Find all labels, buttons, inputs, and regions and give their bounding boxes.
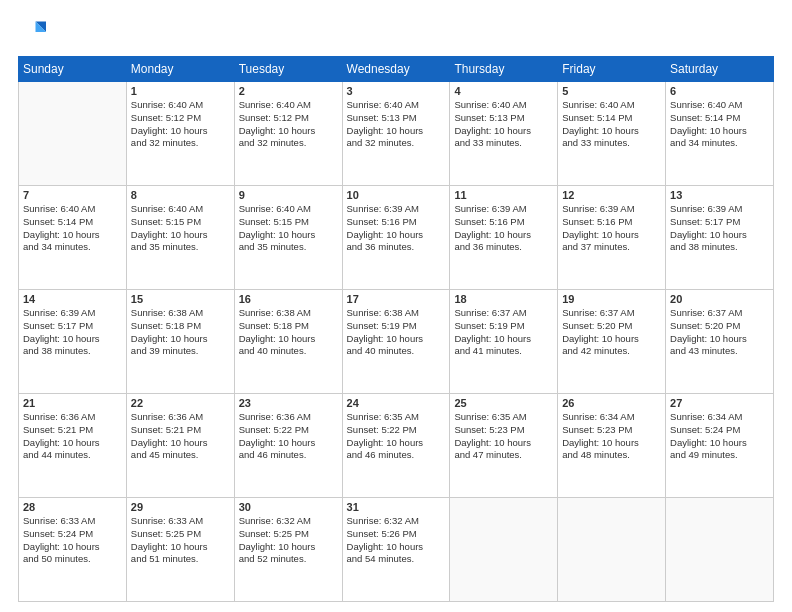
cell-day-number: 25 — [454, 397, 553, 409]
calendar-cell: 21Sunrise: 6:36 AM Sunset: 5:21 PM Dayli… — [19, 394, 127, 498]
calendar-cell: 22Sunrise: 6:36 AM Sunset: 5:21 PM Dayli… — [126, 394, 234, 498]
cell-info: Sunrise: 6:40 AM Sunset: 5:14 PM Dayligh… — [670, 99, 769, 150]
calendar-cell: 9Sunrise: 6:40 AM Sunset: 5:15 PM Daylig… — [234, 186, 342, 290]
cell-info: Sunrise: 6:36 AM Sunset: 5:22 PM Dayligh… — [239, 411, 338, 462]
cell-info: Sunrise: 6:37 AM Sunset: 5:20 PM Dayligh… — [670, 307, 769, 358]
calendar-cell: 5Sunrise: 6:40 AM Sunset: 5:14 PM Daylig… — [558, 82, 666, 186]
cell-day-number: 13 — [670, 189, 769, 201]
calendar-cell — [666, 498, 774, 602]
calendar-cell: 13Sunrise: 6:39 AM Sunset: 5:17 PM Dayli… — [666, 186, 774, 290]
cell-info: Sunrise: 6:33 AM Sunset: 5:25 PM Dayligh… — [131, 515, 230, 566]
cell-day-number: 28 — [23, 501, 122, 513]
calendar-cell: 27Sunrise: 6:34 AM Sunset: 5:24 PM Dayli… — [666, 394, 774, 498]
cell-info: Sunrise: 6:39 AM Sunset: 5:16 PM Dayligh… — [347, 203, 446, 254]
calendar-week-row: 7Sunrise: 6:40 AM Sunset: 5:14 PM Daylig… — [19, 186, 774, 290]
cell-day-number: 24 — [347, 397, 446, 409]
calendar-cell: 26Sunrise: 6:34 AM Sunset: 5:23 PM Dayli… — [558, 394, 666, 498]
calendar-cell — [19, 82, 127, 186]
calendar-week-row: 1Sunrise: 6:40 AM Sunset: 5:12 PM Daylig… — [19, 82, 774, 186]
calendar-cell: 2Sunrise: 6:40 AM Sunset: 5:12 PM Daylig… — [234, 82, 342, 186]
cell-info: Sunrise: 6:39 AM Sunset: 5:17 PM Dayligh… — [23, 307, 122, 358]
cell-info: Sunrise: 6:35 AM Sunset: 5:22 PM Dayligh… — [347, 411, 446, 462]
weekday-header: Thursday — [450, 57, 558, 82]
calendar-cell: 4Sunrise: 6:40 AM Sunset: 5:13 PM Daylig… — [450, 82, 558, 186]
cell-info: Sunrise: 6:37 AM Sunset: 5:20 PM Dayligh… — [562, 307, 661, 358]
cell-day-number: 14 — [23, 293, 122, 305]
cell-info: Sunrise: 6:38 AM Sunset: 5:18 PM Dayligh… — [239, 307, 338, 358]
cell-info: Sunrise: 6:40 AM Sunset: 5:13 PM Dayligh… — [347, 99, 446, 150]
calendar-cell: 12Sunrise: 6:39 AM Sunset: 5:16 PM Dayli… — [558, 186, 666, 290]
calendar-cell: 20Sunrise: 6:37 AM Sunset: 5:20 PM Dayli… — [666, 290, 774, 394]
cell-day-number: 29 — [131, 501, 230, 513]
cell-info: Sunrise: 6:40 AM Sunset: 5:12 PM Dayligh… — [131, 99, 230, 150]
calendar-cell: 16Sunrise: 6:38 AM Sunset: 5:18 PM Dayli… — [234, 290, 342, 394]
cell-info: Sunrise: 6:38 AM Sunset: 5:18 PM Dayligh… — [131, 307, 230, 358]
calendar-header-row: SundayMondayTuesdayWednesdayThursdayFrid… — [19, 57, 774, 82]
cell-info: Sunrise: 6:40 AM Sunset: 5:15 PM Dayligh… — [239, 203, 338, 254]
cell-day-number: 20 — [670, 293, 769, 305]
cell-info: Sunrise: 6:39 AM Sunset: 5:16 PM Dayligh… — [562, 203, 661, 254]
calendar-cell — [450, 498, 558, 602]
calendar-cell: 1Sunrise: 6:40 AM Sunset: 5:12 PM Daylig… — [126, 82, 234, 186]
cell-day-number: 15 — [131, 293, 230, 305]
weekday-header: Friday — [558, 57, 666, 82]
calendar-cell: 6Sunrise: 6:40 AM Sunset: 5:14 PM Daylig… — [666, 82, 774, 186]
cell-day-number: 7 — [23, 189, 122, 201]
cell-day-number: 8 — [131, 189, 230, 201]
header — [18, 18, 774, 46]
cell-day-number: 2 — [239, 85, 338, 97]
weekday-header: Sunday — [19, 57, 127, 82]
cell-info: Sunrise: 6:40 AM Sunset: 5:13 PM Dayligh… — [454, 99, 553, 150]
cell-info: Sunrise: 6:38 AM Sunset: 5:19 PM Dayligh… — [347, 307, 446, 358]
weekday-header: Wednesday — [342, 57, 450, 82]
logo — [18, 18, 50, 46]
weekday-header: Monday — [126, 57, 234, 82]
cell-info: Sunrise: 6:40 AM Sunset: 5:15 PM Dayligh… — [131, 203, 230, 254]
weekday-header: Tuesday — [234, 57, 342, 82]
calendar-cell: 25Sunrise: 6:35 AM Sunset: 5:23 PM Dayli… — [450, 394, 558, 498]
calendar-cell: 17Sunrise: 6:38 AM Sunset: 5:19 PM Dayli… — [342, 290, 450, 394]
cell-day-number: 4 — [454, 85, 553, 97]
cell-day-number: 26 — [562, 397, 661, 409]
calendar-cell: 18Sunrise: 6:37 AM Sunset: 5:19 PM Dayli… — [450, 290, 558, 394]
calendar-cell: 28Sunrise: 6:33 AM Sunset: 5:24 PM Dayli… — [19, 498, 127, 602]
cell-day-number: 22 — [131, 397, 230, 409]
logo-icon — [18, 18, 46, 46]
cell-day-number: 27 — [670, 397, 769, 409]
calendar-week-row: 14Sunrise: 6:39 AM Sunset: 5:17 PM Dayli… — [19, 290, 774, 394]
cell-day-number: 16 — [239, 293, 338, 305]
calendar-cell: 23Sunrise: 6:36 AM Sunset: 5:22 PM Dayli… — [234, 394, 342, 498]
cell-day-number: 18 — [454, 293, 553, 305]
cell-info: Sunrise: 6:33 AM Sunset: 5:24 PM Dayligh… — [23, 515, 122, 566]
calendar-cell: 11Sunrise: 6:39 AM Sunset: 5:16 PM Dayli… — [450, 186, 558, 290]
cell-info: Sunrise: 6:40 AM Sunset: 5:12 PM Dayligh… — [239, 99, 338, 150]
cell-day-number: 11 — [454, 189, 553, 201]
cell-info: Sunrise: 6:34 AM Sunset: 5:23 PM Dayligh… — [562, 411, 661, 462]
cell-day-number: 21 — [23, 397, 122, 409]
cell-info: Sunrise: 6:37 AM Sunset: 5:19 PM Dayligh… — [454, 307, 553, 358]
cell-info: Sunrise: 6:32 AM Sunset: 5:25 PM Dayligh… — [239, 515, 338, 566]
calendar-cell: 15Sunrise: 6:38 AM Sunset: 5:18 PM Dayli… — [126, 290, 234, 394]
cell-day-number: 12 — [562, 189, 661, 201]
page: SundayMondayTuesdayWednesdayThursdayFrid… — [0, 0, 792, 612]
cell-info: Sunrise: 6:34 AM Sunset: 5:24 PM Dayligh… — [670, 411, 769, 462]
cell-day-number: 17 — [347, 293, 446, 305]
calendar-table: SundayMondayTuesdayWednesdayThursdayFrid… — [18, 56, 774, 602]
calendar-week-row: 21Sunrise: 6:36 AM Sunset: 5:21 PM Dayli… — [19, 394, 774, 498]
cell-day-number: 9 — [239, 189, 338, 201]
cell-day-number: 3 — [347, 85, 446, 97]
cell-info: Sunrise: 6:39 AM Sunset: 5:16 PM Dayligh… — [454, 203, 553, 254]
calendar-body: 1Sunrise: 6:40 AM Sunset: 5:12 PM Daylig… — [19, 82, 774, 602]
cell-info: Sunrise: 6:40 AM Sunset: 5:14 PM Dayligh… — [23, 203, 122, 254]
cell-day-number: 1 — [131, 85, 230, 97]
cell-day-number: 6 — [670, 85, 769, 97]
weekday-header: Saturday — [666, 57, 774, 82]
calendar-week-row: 28Sunrise: 6:33 AM Sunset: 5:24 PM Dayli… — [19, 498, 774, 602]
calendar-cell: 29Sunrise: 6:33 AM Sunset: 5:25 PM Dayli… — [126, 498, 234, 602]
calendar-cell: 24Sunrise: 6:35 AM Sunset: 5:22 PM Dayli… — [342, 394, 450, 498]
calendar-cell: 8Sunrise: 6:40 AM Sunset: 5:15 PM Daylig… — [126, 186, 234, 290]
cell-info: Sunrise: 6:35 AM Sunset: 5:23 PM Dayligh… — [454, 411, 553, 462]
calendar-cell: 30Sunrise: 6:32 AM Sunset: 5:25 PM Dayli… — [234, 498, 342, 602]
calendar-cell: 3Sunrise: 6:40 AM Sunset: 5:13 PM Daylig… — [342, 82, 450, 186]
calendar-cell — [558, 498, 666, 602]
